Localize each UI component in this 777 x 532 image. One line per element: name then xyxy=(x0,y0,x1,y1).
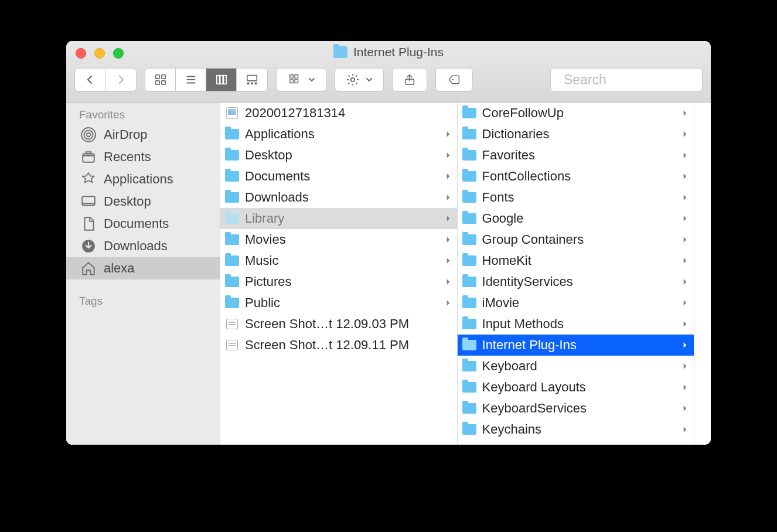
list-item[interactable]: Screen Shot…t 12.09.03 PM xyxy=(220,313,457,335)
finder-window: Internet Plug-Ins xyxy=(66,41,711,445)
svg-rect-2 xyxy=(155,81,159,84)
list-item[interactable]: Music xyxy=(220,250,457,271)
svg-rect-16 xyxy=(290,80,294,83)
list-item[interactable]: IdentityServices xyxy=(458,271,694,292)
list-item-label: Group Containers xyxy=(482,232,676,247)
svg-rect-10 xyxy=(247,76,257,81)
folder-icon xyxy=(462,212,476,225)
folder-icon xyxy=(462,170,476,183)
list-item[interactable]: Fonts xyxy=(458,187,694,208)
list-item[interactable]: Keychains xyxy=(458,419,694,440)
list-item-label: Dictionaries xyxy=(482,127,676,142)
sidebar-item-label: Downloads xyxy=(104,238,168,254)
list-item-label: CoreFollowUp xyxy=(482,105,676,121)
list-item-label: Downloads xyxy=(245,190,438,205)
applications-icon xyxy=(80,172,97,187)
sidebar-item-home[interactable]: alexa xyxy=(66,257,220,279)
sidebar-item-airdrop[interactable]: AirDrop xyxy=(66,124,220,146)
sidebar-item-desktop[interactable]: Desktop xyxy=(66,190,220,213)
gallery-view-button[interactable] xyxy=(237,69,267,91)
documents-icon xyxy=(80,216,97,231)
folder-icon xyxy=(462,423,476,436)
sidebar-item-label: AirDrop xyxy=(104,127,148,142)
close-button[interactable] xyxy=(76,48,86,59)
group-by[interactable] xyxy=(276,68,326,91)
list-item[interactable]: 20200127181314 xyxy=(220,103,457,124)
column-3[interactable] xyxy=(694,103,711,445)
list-item[interactable]: Group Containers xyxy=(458,229,694,250)
zoom-button[interactable] xyxy=(113,48,124,59)
file-icon xyxy=(225,339,239,352)
image-file-icon xyxy=(225,107,239,120)
svg-rect-7 xyxy=(216,76,219,84)
column-view-button[interactable] xyxy=(206,69,237,91)
folder-icon xyxy=(462,107,476,120)
list-item[interactable]: KeyboardServices xyxy=(458,398,694,419)
folder-icon xyxy=(462,254,476,267)
icon-view-button[interactable] xyxy=(145,69,176,91)
svg-rect-13 xyxy=(255,83,257,85)
downloads-icon xyxy=(80,238,97,254)
list-item[interactable]: Downloads xyxy=(220,187,457,208)
sidebar-item-recents[interactable]: Recents xyxy=(66,146,220,168)
list-item[interactable]: FontCollections xyxy=(458,166,694,187)
list-item[interactable]: Input Methods xyxy=(458,313,694,335)
forward-button[interactable] xyxy=(105,69,136,91)
list-item[interactable]: Keyboard xyxy=(458,356,694,377)
list-item[interactable]: Screen Shot…t 12.09.11 PM xyxy=(220,335,457,356)
svg-point-20 xyxy=(452,79,454,81)
list-item-label: IdentityServices xyxy=(482,274,676,289)
list-item[interactable]: Internet Plug-Ins xyxy=(458,335,694,356)
sidebar-item-downloads[interactable]: Downloads xyxy=(66,235,220,257)
list-item-label: Library xyxy=(245,211,438,226)
traffic-lights xyxy=(76,48,124,59)
list-item[interactable]: Pictures xyxy=(220,271,457,292)
list-item[interactable]: iMovie xyxy=(458,292,694,313)
column-1[interactable]: 20200127181314ApplicationsDesktopDocumen… xyxy=(220,103,458,445)
folder-icon xyxy=(225,170,239,183)
list-item[interactable]: Keyboard Layouts xyxy=(458,377,694,398)
list-view-button[interactable] xyxy=(176,69,206,91)
list-item[interactable]: Applications xyxy=(220,124,457,145)
title-text: Internet Plug-Ins xyxy=(353,45,444,59)
list-item[interactable]: CoreFollowUp xyxy=(458,103,694,124)
list-item[interactable]: Dictionaries xyxy=(458,124,694,145)
list-item[interactable]: HomeKit xyxy=(458,250,694,271)
list-item-label: iMovie xyxy=(482,295,676,311)
list-item-label: HomeKit xyxy=(482,253,676,268)
svg-rect-15 xyxy=(295,75,298,79)
folder-icon xyxy=(225,128,239,141)
search-field[interactable] xyxy=(550,68,703,91)
list-item-label: Keyboard Layouts xyxy=(482,380,676,395)
column-2[interactable]: CoreFollowUpDictionariesFavoritesFontCol… xyxy=(458,103,695,445)
list-item-label: Documents xyxy=(245,169,438,184)
svg-rect-1 xyxy=(161,75,165,79)
folder-icon xyxy=(462,233,476,246)
tags-button[interactable] xyxy=(435,68,473,91)
sidebar-item-label: Documents xyxy=(104,216,169,231)
sidebar-item-applications[interactable]: Applications xyxy=(66,168,220,190)
minimize-button[interactable] xyxy=(94,48,105,59)
svg-rect-0 xyxy=(155,75,159,79)
folder-icon xyxy=(225,212,239,225)
svg-rect-9 xyxy=(223,76,226,84)
sidebar-item-documents[interactable]: Documents xyxy=(66,213,220,235)
list-item[interactable]: Movies xyxy=(220,229,457,250)
back-button[interactable] xyxy=(75,69,105,91)
sidebar-item-label: alexa xyxy=(104,261,135,276)
list-item-label: Music xyxy=(245,253,438,268)
list-item[interactable]: Library xyxy=(220,208,457,229)
svg-point-18 xyxy=(351,78,355,81)
search-input[interactable] xyxy=(564,72,711,88)
list-item[interactable]: Favorites xyxy=(458,145,694,166)
list-item[interactable]: Documents xyxy=(220,166,457,187)
list-item-label: Public xyxy=(245,295,438,311)
list-item[interactable]: Public xyxy=(220,292,457,313)
action-menu[interactable] xyxy=(335,68,384,91)
list-item[interactable]: Desktop xyxy=(220,145,457,166)
svg-rect-8 xyxy=(220,76,223,84)
share-button[interactable] xyxy=(392,68,427,91)
list-item[interactable]: Google xyxy=(458,208,694,229)
folder-icon xyxy=(462,149,476,162)
folder-icon xyxy=(462,318,476,330)
